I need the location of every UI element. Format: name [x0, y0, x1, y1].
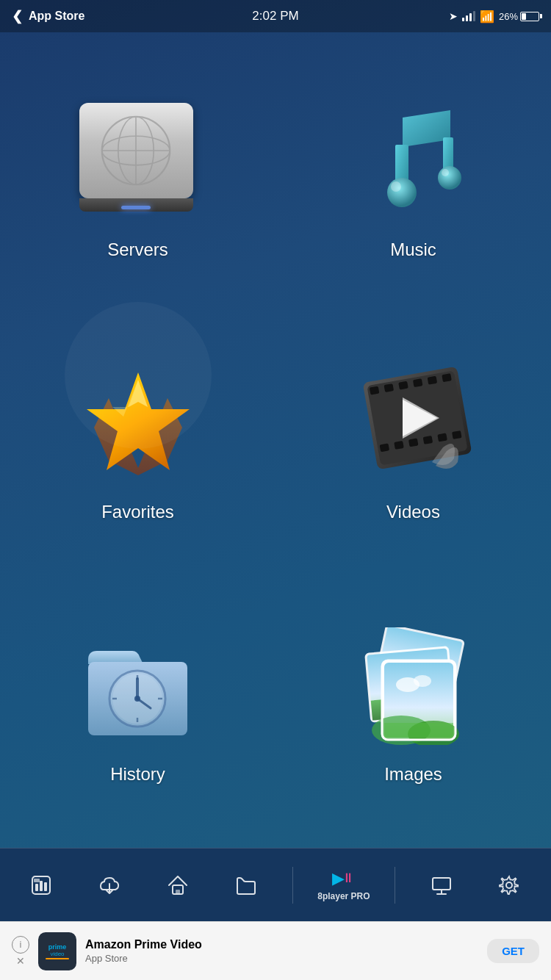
- home-icon: [166, 873, 190, 897]
- ad-info-icon[interactable]: i: [12, 936, 29, 954]
- svg-rect-24: [394, 441, 404, 450]
- svg-rect-28: [452, 431, 462, 440]
- toolbar-separator-left: [292, 867, 293, 904]
- status-indicators: ➤ 📶 26%: [449, 10, 539, 24]
- servers-item[interactable]: Servers: [0, 47, 276, 309]
- folder-icon: [234, 873, 258, 897]
- toolbar-settings[interactable]: [487, 873, 531, 897]
- svg-rect-20: [412, 379, 422, 388]
- ad-close-icon[interactable]: ✕: [16, 955, 25, 967]
- ad-title: Amazon Prime Video: [85, 938, 478, 951]
- images-svg: [353, 627, 474, 745]
- images-item[interactable]: Images: [276, 571, 551, 833]
- signal-bars-icon: [462, 11, 475, 21]
- svg-rect-64: [176, 890, 180, 894]
- svg-rect-58: [35, 884, 38, 891]
- ad-subtitle: App Store: [85, 953, 478, 964]
- status-time: 2:02 PM: [252, 9, 298, 24]
- svg-rect-61: [34, 879, 40, 882]
- images-label: Images: [384, 764, 442, 785]
- back-arrow-icon: ❮: [12, 8, 23, 24]
- svg-rect-25: [408, 439, 418, 447]
- videos-icon-wrapper: [347, 358, 480, 490]
- back-label: App Store: [29, 10, 84, 23]
- globe-svg: [96, 110, 176, 191]
- music-label: Music: [390, 239, 436, 260]
- svg-point-7: [387, 178, 417, 207]
- servers-label: Servers: [107, 239, 168, 260]
- music-item[interactable]: Music: [276, 47, 551, 309]
- player-logo: ▶ ⏸: [332, 869, 355, 888]
- status-bar: ❮ App Store 2:02 PM ➤ 📶 26%: [0, 0, 551, 32]
- location-icon: ➤: [449, 10, 458, 22]
- videos-item[interactable]: Videos: [276, 309, 551, 572]
- svg-rect-65: [433, 878, 450, 890]
- svg-point-68: [506, 882, 512, 888]
- toolbar-cloud[interactable]: [87, 873, 132, 897]
- history-icon-wrapper: [72, 620, 204, 752]
- svg-rect-23: [379, 444, 389, 453]
- svg-rect-21: [427, 376, 437, 385]
- svg-rect-18: [383, 384, 394, 393]
- ad-get-button[interactable]: GET: [487, 939, 539, 963]
- ad-prime-underline: [46, 958, 69, 959]
- ad-banner: i ✕ prime video Amazon Prime Video App S…: [0, 921, 551, 980]
- videos-label: Videos: [386, 502, 440, 522]
- star-svg: [76, 361, 201, 486]
- wifi-icon: 📶: [480, 10, 494, 24]
- music-note-svg: [362, 107, 465, 217]
- ad-video-text: video: [50, 951, 64, 957]
- toolbar-home[interactable]: [156, 873, 200, 897]
- toolbar-separator-right: [395, 867, 395, 904]
- svg-point-9: [391, 181, 401, 192]
- videos-svg: [355, 367, 472, 480]
- battery-percent: 26%: [499, 11, 518, 22]
- cloud-download-icon: [98, 873, 121, 897]
- favorites-item[interactable]: Favorites: [0, 309, 276, 572]
- svg-point-52: [414, 675, 431, 687]
- svg-rect-22: [442, 374, 452, 383]
- battery-icon: [520, 12, 539, 21]
- svg-point-8: [438, 166, 461, 190]
- music-icon-wrapper: [347, 96, 480, 228]
- now-playing-icon: [29, 873, 53, 897]
- screen-cast-icon: [430, 873, 453, 897]
- toolbar-8player[interactable]: ▶ ⏸ 8player PRO: [317, 869, 370, 901]
- main-grid: Servers: [0, 32, 551, 848]
- player-label: 8player PRO: [317, 891, 370, 901]
- servers-icon: [79, 103, 197, 220]
- svg-rect-17: [369, 386, 379, 395]
- svg-point-36: [134, 696, 140, 702]
- toolbar: ▶ ⏸ 8player PRO: [0, 848, 551, 921]
- svg-rect-19: [398, 381, 408, 390]
- history-svg: [77, 629, 198, 743]
- favorites-icon-wrapper: [72, 358, 204, 490]
- servers-base: [79, 198, 193, 212]
- battery-indicator: 26%: [499, 11, 539, 22]
- svg-rect-26: [422, 436, 433, 444]
- toolbar-now-playing[interactable]: [19, 873, 63, 897]
- images-icon-wrapper: [347, 620, 480, 752]
- svg-rect-59: [40, 881, 43, 891]
- favorites-label: Favorites: [101, 502, 174, 522]
- svg-point-10: [442, 169, 449, 176]
- history-item[interactable]: History: [0, 571, 276, 833]
- toolbar-screen-cast[interactable]: [419, 873, 464, 897]
- history-label: History: [110, 764, 165, 785]
- ad-text: Amazon Prime Video App Store: [85, 938, 478, 964]
- ad-logo: prime video: [38, 932, 76, 970]
- servers-icon-wrapper: [72, 96, 204, 228]
- svg-rect-27: [437, 433, 447, 442]
- settings-icon: [497, 873, 521, 897]
- ad-prime-text: prime: [48, 943, 67, 951]
- svg-rect-55: [384, 723, 453, 738]
- status-back[interactable]: ❮ App Store: [12, 8, 84, 24]
- toolbar-folder[interactable]: [224, 873, 268, 897]
- svg-rect-60: [44, 882, 47, 891]
